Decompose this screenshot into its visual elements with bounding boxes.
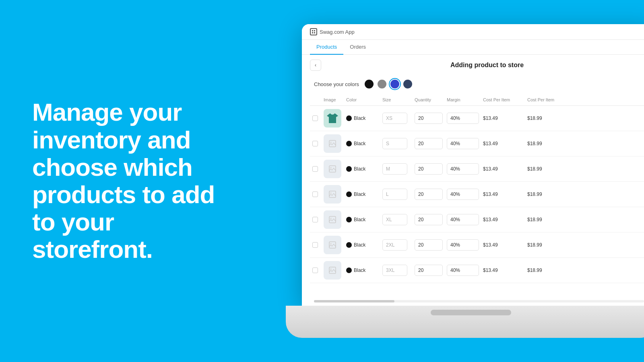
app-title: Swag.com App (320, 29, 355, 35)
svg-rect-1 (314, 30, 315, 31)
size-input[interactable] (382, 138, 407, 149)
row-checkbox[interactable] (312, 141, 318, 146)
product-image (324, 236, 341, 254)
color-cell: Black (346, 166, 365, 172)
color-label: Black (354, 166, 365, 172)
content-header: ‹ Adding product to store (302, 55, 644, 76)
row-checkbox[interactable] (312, 217, 318, 222)
price-value: $18.99 (527, 141, 542, 146)
svg-point-5 (330, 142, 332, 143)
margin-input[interactable] (447, 113, 479, 124)
cost-value: $13.49 (483, 115, 498, 121)
color-indicator (346, 191, 352, 197)
color-label: Black (354, 141, 365, 146)
svg-point-13 (330, 243, 332, 245)
color-cell: Black (346, 191, 365, 197)
quantity-input[interactable] (415, 163, 443, 175)
color-label: Black (354, 115, 365, 121)
svg-rect-4 (329, 140, 336, 147)
size-input[interactable] (382, 239, 407, 251)
size-input[interactable] (382, 214, 407, 225)
quantity-input[interactable] (415, 189, 443, 200)
table-body: Black $13.49$18.99 Black $13.49$18.99 Bl… (310, 106, 644, 283)
svg-point-7 (330, 167, 332, 169)
row-checkbox[interactable] (312, 267, 318, 273)
price-value: $18.99 (527, 166, 542, 172)
size-input[interactable] (382, 113, 407, 124)
scroll-thumb (314, 300, 394, 302)
laptop-base-inner (431, 310, 511, 315)
color-dot-black[interactable] (365, 80, 374, 88)
product-image (324, 109, 341, 128)
size-input[interactable] (382, 189, 407, 200)
quantity-input[interactable] (415, 265, 443, 276)
table-header: Image Color Size Quantity Margin Cost Pe… (310, 94, 644, 106)
color-indicator (346, 217, 352, 222)
color-cell: Black (346, 217, 365, 222)
margin-input[interactable] (447, 189, 479, 200)
product-table: Image Color Size Quantity Margin Cost Pe… (302, 94, 644, 297)
table-row: Black $13.49$18.99 (310, 106, 644, 131)
app-container: Swag.com App Products Orders ‹ Adding pr… (302, 24, 644, 306)
color-label: Black (354, 267, 365, 273)
svg-rect-8 (329, 191, 336, 197)
row-checkbox[interactable] (312, 115, 318, 121)
quantity-input[interactable] (415, 138, 443, 149)
svg-rect-2 (312, 32, 313, 33)
cost-value: $13.49 (483, 267, 498, 273)
th-color: Color (344, 97, 380, 103)
laptop-wrapper: Swag.com App Products Orders ‹ Adding pr… (286, 24, 644, 338)
top-bar: Swag.com App (302, 24, 644, 40)
cost-value: $13.49 (483, 191, 498, 197)
svg-point-11 (330, 218, 332, 219)
color-dot-navy[interactable] (403, 80, 412, 88)
size-input[interactable] (382, 265, 407, 276)
color-cell: Black (346, 242, 365, 248)
quantity-input[interactable] (415, 239, 443, 251)
product-image (324, 261, 341, 280)
quantity-input[interactable] (415, 113, 443, 124)
margin-input[interactable] (447, 138, 479, 149)
svg-point-15 (330, 268, 332, 270)
row-checkbox[interactable] (312, 166, 318, 172)
price-value: $18.99 (527, 242, 542, 248)
color-indicator (346, 166, 352, 172)
product-image (324, 160, 341, 178)
margin-input[interactable] (447, 214, 479, 225)
th-image: Image (321, 97, 344, 103)
th-size: Size (380, 97, 412, 103)
logo-icon (310, 28, 317, 35)
quantity-input[interactable] (415, 214, 443, 225)
color-label: Black (354, 242, 365, 248)
cost-value: $13.49 (483, 141, 498, 146)
size-input[interactable] (382, 163, 407, 175)
tab-products[interactable]: Products (310, 40, 343, 55)
tab-orders[interactable]: Orders (343, 40, 372, 55)
color-dot-blue[interactable] (390, 80, 399, 88)
hero-text: Manage your inventory and choose which p… (32, 99, 233, 263)
color-indicator (346, 141, 352, 146)
color-cell: Black (346, 141, 365, 146)
laptop-screen: Swag.com App Products Orders ‹ Adding pr… (302, 24, 644, 306)
nav-tabs: Products Orders (302, 40, 644, 55)
laptop-base (286, 306, 644, 338)
margin-input[interactable] (447, 163, 479, 175)
row-checkbox[interactable] (312, 242, 318, 248)
svg-rect-14 (329, 267, 336, 274)
margin-input[interactable] (447, 239, 479, 251)
margin-input[interactable] (447, 265, 479, 276)
content-area: ‹ Adding product to store Choose your co… (302, 55, 644, 306)
back-button[interactable]: ‹ (310, 60, 321, 71)
product-image (324, 134, 341, 153)
color-indicator (346, 267, 352, 273)
color-cell: Black (346, 115, 365, 121)
table-row: Black $13.49$18.99 (310, 207, 644, 232)
price-value: $18.99 (527, 267, 542, 273)
color-dot-gray[interactable] (378, 80, 386, 88)
color-selector-label: Choose your colors (314, 81, 359, 87)
table-row: Black $13.49$18.99 (310, 131, 644, 156)
cost-value: $13.49 (483, 242, 498, 248)
color-label: Black (354, 217, 365, 222)
product-image (324, 210, 341, 229)
row-checkbox[interactable] (312, 191, 318, 197)
